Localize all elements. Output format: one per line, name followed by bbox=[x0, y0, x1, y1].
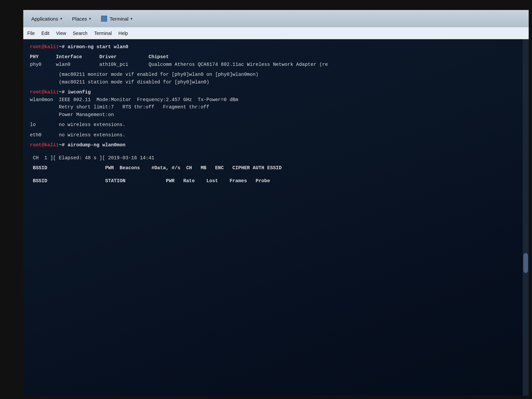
spacer-7 bbox=[30, 149, 522, 152]
applications-menu[interactable]: Applications ▼ bbox=[27, 14, 67, 24]
spacer-1 bbox=[30, 51, 522, 53]
scrollbar[interactable] bbox=[523, 39, 529, 396]
prompt-suffix-2: :~# bbox=[56, 89, 67, 95]
view-menu[interactable]: View bbox=[56, 31, 66, 36]
terminal-menu[interactable]: Terminal ▼ bbox=[96, 14, 138, 24]
system-menubar: Applications ▼ Places ▼ Terminal ▼ bbox=[23, 10, 529, 27]
bssid-header-2: BSSID STATION PWR Rate Lost Frames Probe bbox=[30, 177, 522, 185]
spacer-2 bbox=[30, 68, 522, 71]
lo-line: lo no wireless extensions. bbox=[30, 121, 522, 128]
terminal-icon bbox=[101, 16, 107, 22]
prompt-suffix-3: :~# bbox=[56, 142, 67, 148]
places-arrow: ▼ bbox=[88, 17, 92, 21]
terminal-window: File Edit View Search Terminal Help root… bbox=[23, 27, 529, 396]
places-menu[interactable]: Places ▼ bbox=[67, 14, 96, 24]
help-menu[interactable]: Help bbox=[118, 31, 128, 36]
terminal-submenu[interactable]: Terminal bbox=[94, 31, 112, 36]
spacer-6 bbox=[30, 139, 522, 141]
spacer-8 bbox=[30, 152, 522, 154]
command-line-2: root@kali:~# iwconfig bbox=[30, 88, 522, 96]
spacer-9 bbox=[30, 162, 522, 164]
cmd-2: iwconfig bbox=[67, 89, 91, 95]
bezel: Applications ▼ Places ▼ Terminal ▼ File … bbox=[0, 0, 532, 399]
spacer-5 bbox=[30, 129, 522, 131]
prompt-3: root@kali bbox=[30, 142, 56, 148]
iwconfig-line-1: wlan0mon IEEE 802.11 Mode:Monitor Freque… bbox=[30, 96, 522, 103]
spacer-10 bbox=[30, 172, 522, 175]
command-line-1: root@kali:~# airmon-ng start wlan0 bbox=[30, 43, 522, 51]
file-menu[interactable]: File bbox=[27, 31, 35, 36]
note-1: (mac80211 monitor mode vif enabled for [… bbox=[30, 71, 522, 78]
col-header-phy: PHY Interface Driver Chipset bbox=[30, 53, 522, 61]
bssid-header-1: BSSID PWR Beacons #Data, #/s CH MB ENC C… bbox=[30, 164, 522, 172]
col-value-phy0: phy0 wlan0 ath10k_pci Qualcomm Atheros Q… bbox=[30, 61, 522, 68]
prompt-1: root@kali bbox=[30, 44, 56, 50]
terminal-arrow: ▼ bbox=[130, 17, 133, 21]
iwconfig-line-2: Retry short limit:7 RTS thr:off Fragment… bbox=[30, 103, 522, 111]
eth0-line: eth0 no wireless extensions. bbox=[30, 131, 522, 139]
note-2: (mac80211 station mode vif disabled for … bbox=[30, 78, 522, 86]
prompt-2: root@kali bbox=[30, 89, 56, 95]
cmd-1: airmon-ng start wlan0 bbox=[67, 44, 128, 50]
search-menu[interactable]: Search bbox=[73, 31, 87, 36]
prompt-suffix-1: :~# bbox=[56, 44, 67, 50]
ch-line: CH 1 ][ Elapsed: 48 s ][ 2019-03-16 14:4… bbox=[30, 154, 522, 162]
applications-arrow: ▼ bbox=[60, 17, 63, 21]
screen: Applications ▼ Places ▼ Terminal ▼ File … bbox=[23, 10, 529, 396]
spacer-4 bbox=[30, 118, 522, 121]
spacer-11 bbox=[30, 175, 522, 177]
edit-menu[interactable]: Edit bbox=[42, 31, 50, 36]
iwconfig-line-3: Power Management:on bbox=[30, 111, 522, 118]
scrollbar-thumb[interactable] bbox=[523, 253, 528, 273]
command-line-3: root@kali:~# airodump-ng wlan0mon bbox=[30, 141, 522, 149]
cmd-3: airodump-ng wlan0mon bbox=[67, 142, 125, 148]
spacer-3 bbox=[30, 86, 522, 88]
terminal-content[interactable]: root@kali:~# airmon-ng start wlan0 PHY I… bbox=[23, 39, 529, 396]
terminal-menubar: File Edit View Search Terminal Help bbox=[23, 27, 529, 39]
